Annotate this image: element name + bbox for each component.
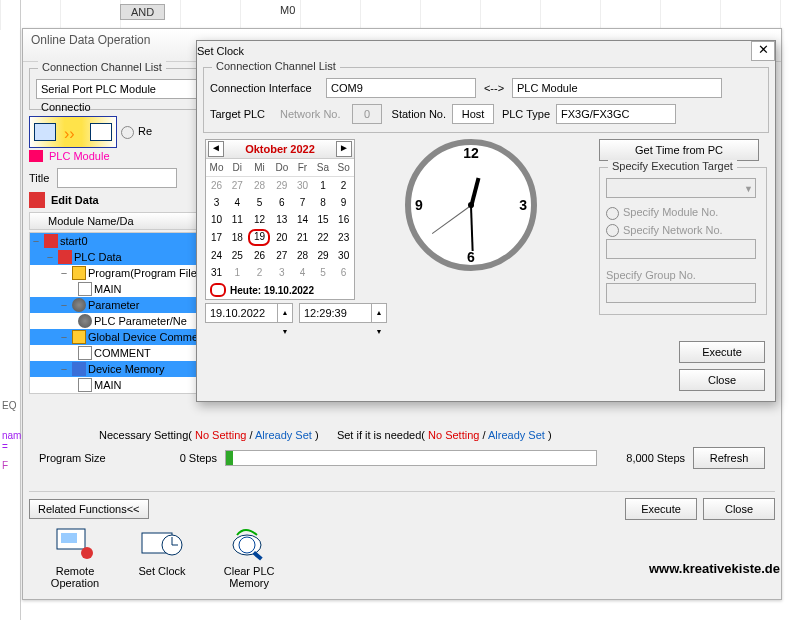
re-radio[interactable]: Re — [121, 125, 152, 139]
cal-day[interactable]: 3 — [206, 194, 227, 211]
cal-day[interactable]: 26 — [247, 247, 271, 264]
tree-plc-parameter[interactable]: PLC Parameter/Ne — [30, 313, 202, 329]
cal-day[interactable]: 24 — [206, 247, 227, 264]
cal-day[interactable]: 30 — [292, 177, 312, 195]
connection-channel-field[interactable]: Serial Port PLC Module Connectio — [36, 79, 202, 99]
radio-icon — [121, 126, 134, 139]
background-ladder: AND M0 — [0, 0, 800, 30]
cal-day[interactable]: 11 — [227, 211, 247, 228]
cal-day[interactable]: 9 — [333, 194, 354, 211]
cal-day[interactable]: 29 — [313, 247, 334, 264]
set-clock-tool[interactable]: Set Clock — [120, 523, 204, 577]
tree-global-device-comment[interactable]: −Global Device Comme — [30, 329, 202, 345]
cal-day[interactable]: 8 — [313, 194, 334, 211]
cal-day[interactable]: 19 — [247, 228, 271, 247]
left-ruler: EQ name = F — [0, 0, 21, 620]
cal-day[interactable]: 6 — [333, 264, 354, 281]
tree-program[interactable]: −Program(Program File — [30, 265, 202, 281]
refresh-button[interactable]: Refresh — [693, 447, 765, 469]
cal-day[interactable]: 13 — [271, 211, 292, 228]
program-size-bar — [225, 450, 597, 466]
title-field[interactable] — [57, 168, 177, 188]
tree-collapse-icon[interactable]: − — [44, 249, 56, 265]
spin-up-icon[interactable]: ▲ — [372, 304, 386, 322]
tree-parameter[interactable]: −Parameter — [30, 297, 202, 313]
cal-today[interactable]: Heute: 19.10.2022 — [206, 281, 354, 299]
cal-day[interactable]: 4 — [292, 264, 312, 281]
station-no-field[interactable]: Host — [452, 104, 494, 124]
spin-up-icon[interactable]: ▲ — [278, 304, 292, 322]
iface-label: Connection Interface — [210, 82, 320, 94]
cal-day[interactable]: 5 — [313, 264, 334, 281]
cal-day[interactable]: 15 — [313, 211, 334, 228]
cal-dow: So — [333, 159, 354, 177]
remote-operation-tool[interactable]: Remote Operation — [33, 523, 117, 589]
gear-icon — [78, 314, 92, 328]
plc-type-field[interactable]: FX3G/FX3GC — [556, 104, 676, 124]
cal-day[interactable]: 30 — [333, 247, 354, 264]
cal-day[interactable]: 16 — [333, 211, 354, 228]
cal-day[interactable]: 12 — [247, 211, 271, 228]
cal-day[interactable]: 6 — [271, 194, 292, 211]
cal-day[interactable]: 1 — [227, 264, 247, 281]
cal-day[interactable]: 26 — [206, 177, 227, 195]
clear-plc-memory-tool[interactable]: Clear PLC Memory — [207, 523, 291, 589]
tree-collapse-icon[interactable]: − — [58, 361, 70, 377]
cal-month: Oktober 2022 — [245, 143, 315, 155]
cal-day[interactable]: 4 — [227, 194, 247, 211]
tree-collapse-icon[interactable]: − — [58, 329, 70, 345]
cal-day[interactable]: 2 — [247, 264, 271, 281]
cal-day[interactable]: 28 — [247, 177, 271, 195]
related-functions-toggle[interactable]: Related Functions<< — [29, 499, 149, 519]
doc-icon — [78, 378, 92, 392]
cal-next-icon[interactable]: ► — [336, 141, 352, 157]
tree-device-memory[interactable]: −Device Memory — [30, 361, 202, 377]
cal-day[interactable]: 1 — [313, 177, 334, 195]
close-icon[interactable]: ✕ — [751, 41, 775, 61]
cal-day[interactable]: 27 — [271, 247, 292, 264]
iface-field[interactable]: COM9 — [326, 78, 476, 98]
execution-target-group: Specify Execution Target ▼ Specify Modul… — [599, 167, 767, 315]
get-time-from-pc-button[interactable]: Get Time from PC — [599, 139, 759, 161]
cal-day[interactable]: 17 — [206, 228, 227, 247]
cal-day[interactable]: 29 — [271, 177, 292, 195]
tree-collapse-icon[interactable]: − — [58, 297, 70, 313]
tree-start0[interactable]: −start0 — [30, 233, 202, 249]
cal-day[interactable]: 27 — [227, 177, 247, 195]
tree-main-1[interactable]: MAIN — [30, 281, 202, 297]
tree-collapse-icon[interactable]: − — [58, 265, 70, 281]
calendar-grid[interactable]: MoDiMiDoFrSaSo26272829301234567891011121… — [206, 159, 354, 281]
necessary-setting-line: Necessary Setting( No Setting / Already … — [29, 427, 775, 443]
cal-day[interactable]: 10 — [206, 211, 227, 228]
spin-down-icon[interactable]: ▼ — [278, 322, 292, 341]
cal-day[interactable]: 25 — [227, 247, 247, 264]
cal-day[interactable]: 3 — [271, 264, 292, 281]
cal-day[interactable]: 2 — [333, 177, 354, 195]
dlg-execute-button[interactable]: Execute — [679, 341, 765, 363]
cal-day[interactable]: 23 — [333, 228, 354, 247]
tree-plc-data[interactable]: −PLC Data — [30, 249, 202, 265]
execute-button[interactable]: Execute — [625, 498, 697, 520]
calendar[interactable]: ◄ Oktober 2022 ► MoDiMiDoFrSaSo262728293… — [205, 139, 355, 300]
network-no-label: Network No. — [280, 108, 346, 120]
cal-day[interactable]: 31 — [206, 264, 227, 281]
spin-down-icon[interactable]: ▼ — [372, 322, 386, 341]
cal-day[interactable]: 22 — [313, 228, 334, 247]
cal-day[interactable]: 21 — [292, 228, 312, 247]
cal-prev-icon[interactable]: ◄ — [208, 141, 224, 157]
cal-day[interactable]: 7 — [292, 194, 312, 211]
plc-module-tab[interactable]: PLC Module — [49, 150, 110, 162]
tree-main-2[interactable]: MAIN — [30, 377, 202, 393]
cal-day[interactable]: 14 — [292, 211, 312, 228]
tree-comment[interactable]: COMMENT — [30, 345, 202, 361]
cal-day[interactable]: 20 — [271, 228, 292, 247]
cal-day[interactable]: 5 — [247, 194, 271, 211]
plc-module-field[interactable]: PLC Module — [512, 78, 722, 98]
tree-collapse-icon[interactable]: − — [30, 233, 42, 249]
cal-day[interactable]: 18 — [227, 228, 247, 247]
cal-day[interactable]: 28 — [292, 247, 312, 264]
time-spinner[interactable]: 12:29:39 ▲ ▼ — [299, 303, 387, 323]
dlg-close-button[interactable]: Close — [679, 369, 765, 391]
date-spinner[interactable]: 19.10.2022 ▲ ▼ — [205, 303, 293, 323]
close-button[interactable]: Close — [703, 498, 775, 520]
